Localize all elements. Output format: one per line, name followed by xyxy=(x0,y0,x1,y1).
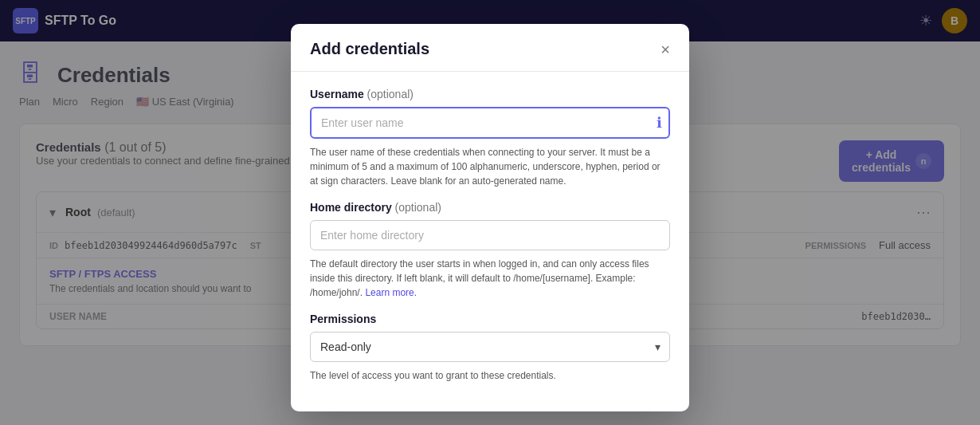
username-info-icon: ℹ xyxy=(657,114,662,132)
home-dir-optional: (optional) xyxy=(395,201,441,214)
permissions-field-label: Permissions xyxy=(310,313,670,325)
permissions-select-wrapper: Read-only Full access Custom ▾ xyxy=(310,332,670,362)
permissions-select[interactable]: Read-only Full access Custom xyxy=(310,332,670,362)
modal-overlay: Add credentials × Username (optional) ℹ … xyxy=(0,0,980,425)
home-directory-input[interactable] xyxy=(310,220,670,250)
username-input[interactable] xyxy=(310,107,670,139)
home-dir-learn-more-link[interactable]: Learn more. xyxy=(365,287,417,298)
home-dir-input-wrapper xyxy=(310,220,670,250)
modal-header: Add credentials × xyxy=(291,24,689,72)
add-credentials-modal: Add credentials × Username (optional) ℹ … xyxy=(291,24,689,411)
modal-body: Username (optional) ℹ The user name of t… xyxy=(291,72,689,411)
permissions-hint: The level of access you want to grant to… xyxy=(310,368,670,383)
modal-close-button[interactable]: × xyxy=(661,41,670,57)
username-optional: (optional) xyxy=(367,88,414,100)
username-hint: The user name of these credentials when … xyxy=(310,145,670,188)
home-dir-field-label: Home directory (optional) xyxy=(310,201,670,214)
username-field-label: Username (optional) xyxy=(310,88,670,100)
home-dir-hint: The default directory the user starts in… xyxy=(310,257,670,300)
modal-title: Add credentials xyxy=(310,40,429,58)
username-input-wrapper: ℹ xyxy=(310,107,670,139)
